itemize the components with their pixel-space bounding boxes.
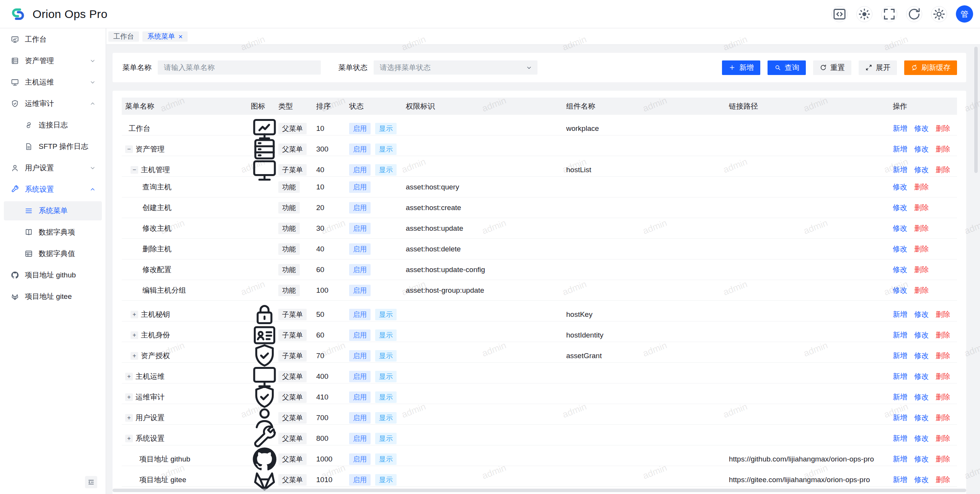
edit-link[interactable]: 修改 [893, 285, 907, 295]
add-link[interactable]: 新增 [893, 372, 907, 382]
status-badge: 启用 [349, 143, 371, 155]
edit-link[interactable]: 修改 [914, 392, 929, 402]
code-window-icon[interactable] [831, 6, 848, 22]
refresh-cache-button[interactable]: 刷新缓存 [904, 60, 957, 75]
add-link[interactable]: 新增 [893, 392, 907, 402]
delete-link[interactable]: 删除 [914, 285, 929, 295]
add-button[interactable]: 新增 [722, 60, 760, 75]
reset-button[interactable]: 重置 [813, 60, 851, 75]
expand-row-button[interactable]: + [125, 414, 133, 422]
sidebar-item-dict-values[interactable]: 数据字典值 [4, 244, 102, 263]
edit-link[interactable]: 修改 [893, 203, 907, 213]
delete-link[interactable]: 删除 [914, 244, 929, 254]
search-button[interactable]: 查询 [768, 60, 806, 75]
edit-link[interactable]: 修改 [914, 434, 929, 443]
add-link[interactable]: 新增 [893, 310, 907, 320]
edit-link[interactable]: 修改 [893, 244, 907, 254]
delete-link[interactable]: 删除 [936, 165, 950, 175]
menu-status-select[interactable]: 请选择菜单状态 [374, 60, 537, 75]
delete-link[interactable]: 删除 [936, 351, 950, 361]
gitee-icon [11, 292, 19, 301]
refresh-icon[interactable] [906, 6, 922, 22]
menu-name-input[interactable] [158, 60, 321, 75]
delete-link[interactable]: 删除 [914, 182, 929, 192]
sidebar-item-ops-audit[interactable]: 运维审计 [4, 94, 102, 113]
fullscreen-icon[interactable] [881, 6, 897, 22]
sidebar-item-user-settings[interactable]: 用户设置 [4, 158, 102, 178]
tab-system-menu[interactable]: 系统菜单× [142, 31, 188, 42]
sidebar-item-project-github[interactable]: 项目地址 github [4, 266, 102, 285]
edit-link[interactable]: 修改 [914, 372, 929, 382]
sidebar-item-host-ops[interactable]: 主机运维 [4, 73, 102, 92]
settings-icon[interactable] [931, 6, 947, 22]
edit-link[interactable]: 修改 [914, 330, 929, 340]
brightness-icon[interactable] [856, 6, 872, 22]
delete-link[interactable]: 删除 [936, 372, 950, 382]
sidebar-item-asset-management[interactable]: 资产管理 [4, 51, 102, 70]
expand-row-button[interactable]: + [125, 373, 133, 380]
delete-link[interactable]: 删除 [936, 124, 950, 134]
delete-link[interactable]: 删除 [936, 330, 950, 340]
sidebar-item-system-settings[interactable]: 系统设置 [4, 180, 102, 199]
delete-link[interactable]: 删除 [936, 475, 950, 485]
add-link[interactable]: 新增 [893, 434, 907, 443]
sidebar-item-label: 连接日志 [39, 120, 102, 130]
delete-link[interactable]: 删除 [936, 392, 950, 402]
add-link[interactable]: 新增 [893, 330, 907, 340]
expand-row-button[interactable]: + [125, 393, 133, 401]
edit-link[interactable]: 修改 [914, 475, 929, 485]
edit-link[interactable]: 修改 [914, 124, 929, 134]
edit-link[interactable]: 修改 [914, 454, 929, 464]
close-icon[interactable]: × [178, 33, 183, 40]
sidebar-item-project-gitee[interactable]: 项目地址 gitee [4, 287, 102, 306]
edit-link[interactable]: 修改 [893, 265, 907, 275]
sidebar-item-connect-log[interactable]: 连接日志 [4, 116, 102, 135]
delete-link[interactable]: 删除 [914, 203, 929, 213]
sidebar-item-workbench[interactable]: 工作台 [4, 30, 102, 49]
expand-row-button[interactable]: + [125, 435, 133, 442]
expand-row-button[interactable]: + [131, 331, 138, 339]
tab-workbench[interactable]: 工作台 [108, 31, 139, 42]
brand[interactable]: Orion Ops Pro [9, 5, 108, 23]
collapse-row-button[interactable]: − [125, 145, 133, 153]
horizontal-scrollbar-thumb[interactable] [113, 489, 966, 492]
menu-name-cell: 查询主机 [122, 182, 251, 192]
expand-row-button[interactable]: + [131, 311, 138, 318]
expand-row-button[interactable]: + [131, 352, 138, 360]
sidebar-menu: 工作台资产管理主机运维运维审计连接日志SFTP 操作日志用户设置系统设置系统菜单… [0, 28, 106, 306]
edit-link[interactable]: 修改 [914, 351, 929, 361]
edit-link[interactable]: 修改 [893, 223, 907, 233]
add-link[interactable]: 新增 [893, 475, 907, 485]
delete-link[interactable]: 删除 [936, 413, 950, 423]
edit-link[interactable]: 修改 [914, 413, 929, 423]
add-link[interactable]: 新增 [893, 144, 907, 154]
edit-link[interactable]: 修改 [914, 310, 929, 320]
edit-link[interactable]: 修改 [893, 182, 907, 192]
edit-link[interactable]: 修改 [914, 144, 929, 154]
sidebar-collapse-button[interactable] [85, 476, 97, 488]
menu-icon-cell [251, 156, 278, 184]
vertical-scrollbar-thumb[interactable] [974, 47, 978, 173]
delete-link[interactable]: 删除 [914, 265, 929, 275]
delete-link[interactable]: 删除 [936, 454, 950, 464]
add-link[interactable]: 新增 [893, 165, 907, 175]
delete-link[interactable]: 删除 [936, 144, 950, 154]
status-badge: 显示 [375, 371, 397, 382]
add-link[interactable]: 新增 [893, 413, 907, 423]
menu-name-cell: −资产管理 [122, 144, 251, 154]
edit-link[interactable]: 修改 [914, 165, 929, 175]
add-link[interactable]: 新增 [893, 351, 907, 361]
delete-link[interactable]: 删除 [936, 434, 950, 443]
menu-name: 主机运维 [136, 372, 165, 382]
expand-button[interactable]: 展开 [859, 60, 897, 75]
add-link[interactable]: 新增 [893, 124, 907, 134]
sidebar-item-system-menu[interactable]: 系统菜单 [4, 201, 102, 220]
user-avatar[interactable]: 管 [956, 5, 973, 23]
menu-type-cell: 功能 [278, 243, 316, 255]
sidebar-item-sftp-log[interactable]: SFTP 操作日志 [4, 137, 102, 156]
delete-link[interactable]: 删除 [914, 223, 929, 233]
collapse-row-button[interactable]: − [131, 166, 138, 174]
sidebar-item-dict-keys[interactable]: 数据字典项 [4, 223, 102, 242]
add-link[interactable]: 新增 [893, 454, 907, 464]
delete-link[interactable]: 删除 [936, 310, 950, 320]
